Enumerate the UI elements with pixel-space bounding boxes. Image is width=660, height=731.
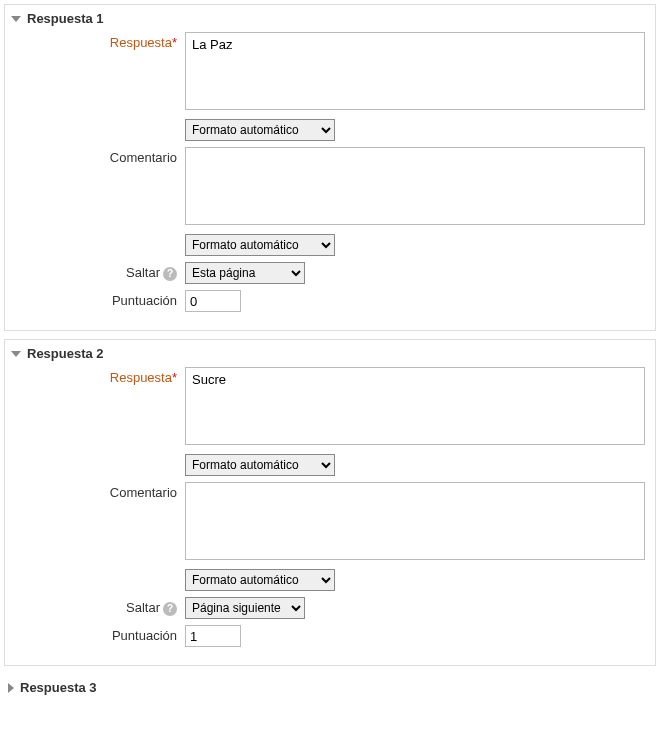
form-row: Respuesta* [15,32,645,113]
chevron-down-icon [11,351,21,357]
input-col [185,290,645,312]
comentario-label: Comentario [15,147,185,165]
input-col [185,32,645,113]
answer-panel-title: Respuesta 3 [20,680,97,695]
form-row: Saltar?Esta páginaPágina siguiente [15,262,645,284]
answer-panel-title: Respuesta 2 [27,346,104,361]
form-row: Formato automático [15,569,645,591]
spacer [15,234,185,237]
respuesta-input[interactable] [185,32,645,110]
help-icon[interactable]: ? [163,267,177,281]
comentario-label: Comentario [15,482,185,500]
puntuacion-label: Puntuación [15,625,185,643]
puntuacion-label: Puntuación [15,290,185,308]
input-col [185,482,645,563]
spacer [15,454,185,457]
required-star: * [172,370,177,385]
spacer [15,119,185,122]
input-col [185,147,645,228]
form-row: Comentario [15,482,645,563]
respuesta-input[interactable] [185,367,645,445]
saltar-select[interactable]: Esta páginaPágina siguiente [185,262,305,284]
answer-panel-2: Respuesta 2Respuesta*Formato automáticoC… [4,339,656,666]
answer-panel-header-collapsed[interactable]: Respuesta 3 [4,674,656,701]
form-row: Respuesta* [15,367,645,448]
answer-panel-header[interactable]: Respuesta 2 [11,346,645,361]
input-col: Esta páginaPágina siguiente [185,262,645,284]
form-row: Saltar?Esta páginaPágina siguiente [15,597,645,619]
input-col [185,367,645,448]
format-select[interactable]: Formato automático [185,234,335,256]
input-col: Formato automático [185,234,645,256]
format-select[interactable]: Formato automático [185,119,335,141]
respuesta-label: Respuesta* [15,367,185,385]
form-row: Formato automático [15,119,645,141]
format-select[interactable]: Formato automático [185,569,335,591]
input-col: Formato automático [185,119,645,141]
input-col: Esta páginaPágina siguiente [185,597,645,619]
form-row: Puntuación [15,290,645,312]
form-row: Puntuación [15,625,645,647]
chevron-right-icon [8,683,14,693]
saltar-label: Saltar? [15,597,185,616]
comentario-input[interactable] [185,147,645,225]
help-icon[interactable]: ? [163,602,177,616]
input-col [185,625,645,647]
form-row: Formato automático [15,454,645,476]
form-row: Formato automático [15,234,645,256]
required-star: * [172,35,177,50]
input-col: Formato automático [185,569,645,591]
answer-panel-1: Respuesta 1Respuesta*Formato automáticoC… [4,4,656,331]
input-col: Formato automático [185,454,645,476]
format-select[interactable]: Formato automático [185,454,335,476]
comentario-input[interactable] [185,482,645,560]
chevron-down-icon [11,16,21,22]
spacer [15,569,185,572]
puntuacion-input[interactable] [185,625,241,647]
answer-panel-title: Respuesta 1 [27,11,104,26]
puntuacion-input[interactable] [185,290,241,312]
saltar-select[interactable]: Esta páginaPágina siguiente [185,597,305,619]
respuesta-label: Respuesta* [15,32,185,50]
answer-panel-header[interactable]: Respuesta 1 [11,11,645,26]
form-row: Comentario [15,147,645,228]
saltar-label: Saltar? [15,262,185,281]
